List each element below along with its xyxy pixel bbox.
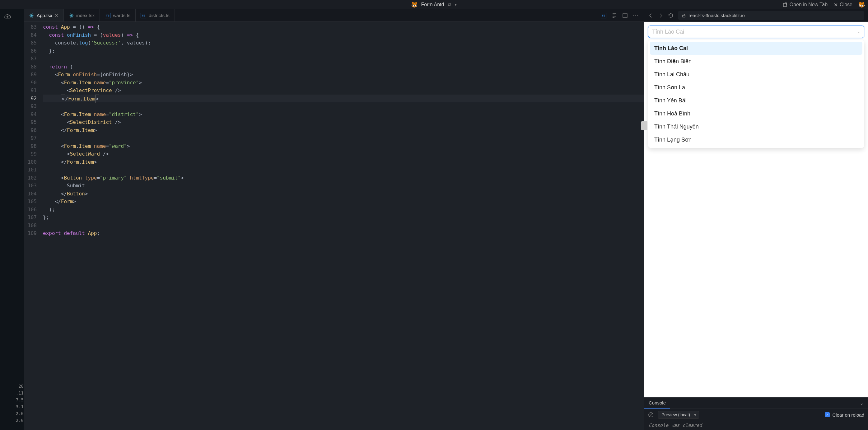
dropdown-option[interactable]: Tỉnh Điện Biên	[650, 55, 862, 68]
code-line[interactable]: <SelectProvince />	[43, 87, 644, 95]
code-line[interactable]	[43, 102, 644, 111]
console-log-entry: Console was cleared	[644, 421, 868, 430]
code-line[interactable]: const App = () => {	[43, 23, 644, 31]
code-content[interactable]: const App = () => { const onFinish = (va…	[40, 22, 644, 430]
console-collapse-icon[interactable]: ⌄	[855, 400, 868, 406]
code-line[interactable]: <SelectWard />	[43, 150, 644, 158]
project-title: Form Antd	[421, 2, 444, 7]
activity-bar	[0, 9, 15, 430]
line-number: 85	[24, 39, 37, 47]
forward-icon[interactable]	[658, 13, 663, 18]
editor-tab[interactable]: TSwards.ts	[100, 9, 136, 22]
close-button[interactable]: ✕ Close	[834, 2, 852, 8]
external-link-icon	[783, 2, 788, 7]
clear-on-reload-toggle[interactable]: ✓ Clear on reload	[825, 412, 864, 418]
dropdown-option[interactable]: Tỉnh Sơn La	[650, 81, 862, 94]
line-number: 109	[24, 229, 37, 237]
sidebar-version-item[interactable]: 2.0	[15, 417, 24, 424]
open-new-tab-button[interactable]: Open in New Tab	[783, 2, 828, 7]
sidebar-version-item[interactable]: 7.5	[15, 396, 24, 403]
code-line[interactable]: Submit	[43, 182, 644, 190]
code-line[interactable]: <Form.Item name="province">	[43, 79, 644, 87]
sidebar-version-item[interactable]: 2.0	[15, 410, 24, 417]
reload-icon[interactable]	[668, 13, 674, 18]
code-line[interactable]: </Form>	[43, 197, 644, 206]
code-line[interactable]	[43, 221, 644, 229]
code-line[interactable]: </Form.Item>	[43, 95, 644, 103]
preview-toolbar: react-ts-3nasfc.stackblitz.io	[644, 9, 868, 22]
line-number: 84	[24, 31, 37, 39]
svg-rect-0	[783, 3, 786, 6]
code-line[interactable]: export default App;	[43, 229, 644, 237]
code-line[interactable]: </Form.Item>	[43, 158, 644, 166]
pane-resize-handle[interactable]	[641, 121, 647, 130]
line-number: 95	[24, 118, 37, 126]
dropdown-option[interactable]: Tỉnh Thái Nguyên	[650, 120, 862, 133]
code-editor[interactable]: 8384858687888990919293949596979899100101…	[24, 22, 644, 430]
cloud-sync-icon[interactable]	[4, 13, 11, 20]
dropdown-option[interactable]: Tỉnh Lạng Sơn	[650, 133, 862, 146]
code-line[interactable]: const onFinish = (values) => {	[43, 31, 644, 39]
line-number: 97	[24, 134, 37, 142]
dropdown-option[interactable]: Tỉnh Hoà Bình	[650, 107, 862, 120]
back-icon[interactable]	[648, 13, 654, 18]
dropdown-option[interactable]: Tỉnh Yên Bái	[650, 94, 862, 107]
editor-tab[interactable]: TSdistricts.ts	[136, 9, 175, 22]
clear-console-icon[interactable]	[648, 412, 654, 418]
code-line[interactable]	[43, 134, 644, 142]
line-number: 103	[24, 182, 37, 190]
svg-rect-11	[683, 15, 685, 17]
dropdown-option[interactable]: Tỉnh Lai Châu	[650, 68, 862, 81]
format-icon[interactable]	[612, 13, 617, 18]
editor-tab[interactable]: App.tsx✕	[24, 9, 64, 22]
line-number: 100	[24, 158, 37, 166]
url-bar[interactable]: react-ts-3nasfc.stackblitz.io	[678, 11, 864, 20]
sidebar-version-list: 28.117.53.12.02.0	[15, 9, 24, 430]
line-number: 106	[24, 206, 37, 214]
preview-pane: react-ts-3nasfc.stackblitz.io Tỉnh Lào C…	[644, 9, 868, 430]
copy-icon[interactable]: ⧉	[448, 2, 451, 7]
line-number: 86	[24, 47, 37, 55]
code-line[interactable]: };	[43, 213, 644, 221]
code-line[interactable]: </Form.Item>	[43, 126, 644, 134]
line-number: 89	[24, 71, 37, 79]
code-line[interactable]: };	[43, 47, 644, 55]
code-line[interactable]: console.log('Success:', values);	[43, 39, 644, 47]
split-panel-icon[interactable]	[623, 13, 627, 18]
line-number-gutter: 8384858687888990919293949596979899100101…	[24, 22, 40, 430]
code-line[interactable]: <Form.Item name="district">	[43, 111, 644, 119]
ts-badge-icon[interactable]: TS	[601, 13, 607, 18]
line-number: 99	[24, 150, 37, 158]
avatar-icon: 🐯	[411, 2, 417, 8]
code-line[interactable]: );	[43, 206, 644, 214]
tab-label: App.tsx	[37, 13, 52, 18]
editor-tab[interactable]: index.tsx	[64, 9, 100, 22]
code-line[interactable]: <Form.Item name="ward">	[43, 142, 644, 150]
close-icon: ✕	[834, 2, 838, 8]
code-line[interactable]: <SelectDistrict />	[43, 118, 644, 126]
code-line[interactable]	[43, 166, 644, 174]
line-number: 96	[24, 126, 37, 134]
sidebar-version-item[interactable]: 28	[15, 383, 24, 390]
close-icon[interactable]: ✕	[55, 13, 59, 18]
line-number: 102	[24, 174, 37, 182]
line-number: 93	[24, 102, 37, 111]
dropdown-option[interactable]: Tỉnh Lào Cai	[650, 42, 862, 55]
code-line[interactable]: return (	[43, 63, 644, 71]
line-number: 98	[24, 142, 37, 150]
province-dropdown: Tỉnh Lào CaiTỉnh Điện BiênTỉnh Lai ChâuT…	[648, 40, 864, 148]
sidebar-version-item[interactable]: 3.1	[15, 403, 24, 410]
code-line[interactable]	[43, 55, 644, 63]
sidebar-version-item[interactable]: .11	[15, 390, 24, 396]
console-tab[interactable]: Console	[644, 398, 670, 408]
code-line[interactable]: </Button>	[43, 190, 644, 198]
topbar: 🐯 Form Antd ⧉ ▾ Open in New Tab ✕ Close …	[0, 0, 868, 9]
province-select[interactable]: Tỉnh Lào Cai ⌄	[648, 26, 864, 38]
chevron-down-icon[interactable]: ▾	[455, 3, 457, 7]
more-icon[interactable]: ···	[633, 13, 639, 18]
tab-label: wards.ts	[113, 13, 130, 18]
console-source-select[interactable]: Preview (local)	[658, 411, 699, 419]
user-avatar-icon[interactable]: 🐯	[859, 2, 865, 8]
code-line[interactable]: <Button type="primary" htmlType="submit"…	[43, 174, 644, 182]
code-line[interactable]: <Form onFinish={onFinish}>	[43, 71, 644, 79]
